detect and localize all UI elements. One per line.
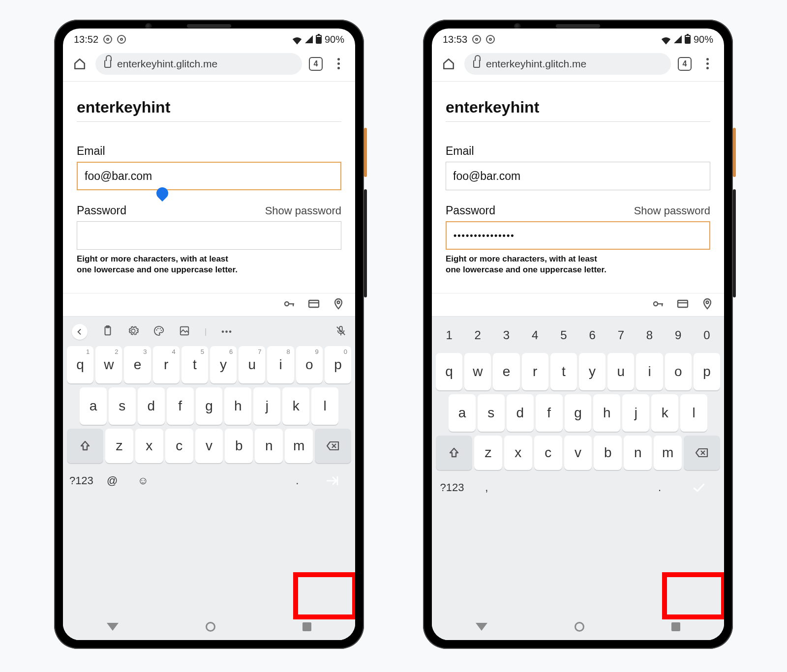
symbols-key[interactable]: ?123 bbox=[67, 467, 96, 495]
key-9[interactable]: 9 bbox=[665, 321, 692, 349]
key-7[interactable]: 7 bbox=[607, 321, 634, 349]
backspace-key[interactable] bbox=[315, 429, 351, 463]
key-b[interactable]: b bbox=[594, 436, 622, 470]
key-k[interactable]: k bbox=[651, 394, 678, 432]
key-k[interactable]: k bbox=[282, 387, 309, 425]
key-e[interactable]: e bbox=[493, 353, 519, 390]
key-h[interactable]: h bbox=[224, 387, 251, 425]
at-key[interactable]: @ bbox=[98, 467, 127, 495]
chevron-left-icon[interactable] bbox=[72, 324, 88, 340]
enter-done-key[interactable] bbox=[678, 474, 720, 501]
key-n[interactable]: n bbox=[624, 436, 652, 470]
key-v[interactable]: v bbox=[195, 429, 223, 463]
key-4[interactable]: 4 bbox=[522, 321, 548, 349]
key-r[interactable]: r bbox=[522, 353, 548, 390]
show-password-toggle[interactable]: Show password bbox=[265, 205, 341, 217]
password-key-icon[interactable] bbox=[652, 298, 664, 312]
home-icon[interactable] bbox=[440, 55, 457, 73]
key-f[interactable]: f bbox=[536, 394, 563, 432]
key-x[interactable]: x bbox=[135, 429, 163, 463]
key-h[interactable]: h bbox=[593, 394, 620, 432]
key-n[interactable]: n bbox=[255, 429, 283, 463]
key-b[interactable]: b bbox=[225, 429, 253, 463]
enter-next-key[interactable] bbox=[314, 467, 351, 495]
spacebar-key[interactable] bbox=[159, 467, 281, 495]
location-pin-icon[interactable] bbox=[701, 298, 713, 312]
key-5[interactable]: 5 bbox=[550, 321, 577, 349]
nav-back-icon[interactable] bbox=[476, 623, 487, 631]
key-3[interactable]: 3 bbox=[493, 321, 519, 349]
gear-icon[interactable] bbox=[128, 325, 139, 338]
more-icon[interactable]: ••• bbox=[221, 327, 233, 336]
key-q[interactable]: q1 bbox=[67, 346, 93, 383]
key-1[interactable]: 1 bbox=[436, 321, 462, 349]
sticker-icon[interactable] bbox=[179, 325, 190, 338]
key-m[interactable]: m bbox=[654, 436, 682, 470]
key-l[interactable]: l bbox=[311, 387, 338, 425]
key-c[interactable]: c bbox=[165, 429, 193, 463]
key-t[interactable]: t bbox=[550, 353, 577, 390]
key-i[interactable]: i bbox=[636, 353, 663, 390]
password-key-icon[interactable] bbox=[283, 298, 295, 312]
key-w[interactable]: w2 bbox=[95, 346, 122, 383]
period-key[interactable]: . bbox=[283, 467, 312, 495]
key-j[interactable]: j bbox=[253, 387, 280, 425]
key-2[interactable]: 2 bbox=[464, 321, 491, 349]
key-a[interactable]: a bbox=[449, 394, 476, 432]
emoji-key[interactable]: ☺ bbox=[128, 467, 157, 495]
credit-card-icon[interactable] bbox=[677, 298, 689, 312]
key-r[interactable]: r4 bbox=[153, 346, 180, 383]
location-pin-icon[interactable] bbox=[333, 298, 344, 312]
email-input[interactable] bbox=[446, 162, 710, 190]
key-j[interactable]: j bbox=[622, 394, 649, 432]
key-y[interactable]: y6 bbox=[210, 346, 237, 383]
email-input[interactable] bbox=[77, 162, 341, 190]
key-m[interactable]: m bbox=[285, 429, 313, 463]
key-p[interactable]: p0 bbox=[325, 346, 351, 383]
key-0[interactable]: 0 bbox=[694, 321, 720, 349]
password-input[interactable] bbox=[446, 221, 710, 250]
key-d[interactable]: d bbox=[138, 387, 165, 425]
key-s[interactable]: s bbox=[478, 394, 505, 432]
key-u[interactable]: u bbox=[607, 353, 634, 390]
key-u[interactable]: u7 bbox=[239, 346, 265, 383]
clipboard-icon[interactable] bbox=[102, 325, 113, 338]
overflow-menu-icon[interactable] bbox=[330, 55, 347, 73]
spacebar-key[interactable] bbox=[505, 474, 641, 501]
nav-home-icon[interactable] bbox=[575, 622, 584, 632]
shift-key[interactable] bbox=[436, 436, 472, 470]
nav-recents-icon[interactable] bbox=[303, 622, 311, 631]
palette-icon[interactable] bbox=[153, 325, 164, 338]
password-input[interactable] bbox=[77, 221, 341, 250]
symbols-key[interactable]: ?123 bbox=[436, 474, 468, 501]
period-key[interactable]: . bbox=[643, 474, 676, 501]
key-o[interactable]: o9 bbox=[296, 346, 323, 383]
key-z[interactable]: z bbox=[105, 429, 133, 463]
key-a[interactable]: a bbox=[80, 387, 107, 425]
tab-switcher-button[interactable]: 4 bbox=[309, 57, 323, 71]
key-x[interactable]: x bbox=[504, 436, 532, 470]
credit-card-icon[interactable] bbox=[308, 298, 320, 312]
backspace-key[interactable] bbox=[684, 436, 720, 470]
show-password-toggle[interactable]: Show password bbox=[634, 205, 710, 217]
nav-back-icon[interactable] bbox=[107, 623, 119, 631]
tab-switcher-button[interactable]: 4 bbox=[678, 57, 692, 71]
key-y[interactable]: y bbox=[579, 353, 605, 390]
key-6[interactable]: 6 bbox=[579, 321, 605, 349]
key-f[interactable]: f bbox=[167, 387, 194, 425]
address-bar[interactable]: enterkeyhint.glitch.me bbox=[95, 53, 302, 75]
key-z[interactable]: z bbox=[474, 436, 502, 470]
key-g[interactable]: g bbox=[196, 387, 223, 425]
key-t[interactable]: t5 bbox=[182, 346, 208, 383]
key-d[interactable]: d bbox=[507, 394, 534, 432]
nav-home-icon[interactable] bbox=[206, 622, 215, 632]
home-icon[interactable] bbox=[71, 55, 89, 73]
nav-recents-icon[interactable] bbox=[671, 622, 680, 631]
key-s[interactable]: s bbox=[109, 387, 136, 425]
key-w[interactable]: w bbox=[464, 353, 491, 390]
key-p[interactable]: p bbox=[694, 353, 720, 390]
shift-key[interactable] bbox=[67, 429, 103, 463]
key-v[interactable]: v bbox=[564, 436, 592, 470]
key-i[interactable]: i8 bbox=[267, 346, 294, 383]
key-o[interactable]: o bbox=[665, 353, 692, 390]
